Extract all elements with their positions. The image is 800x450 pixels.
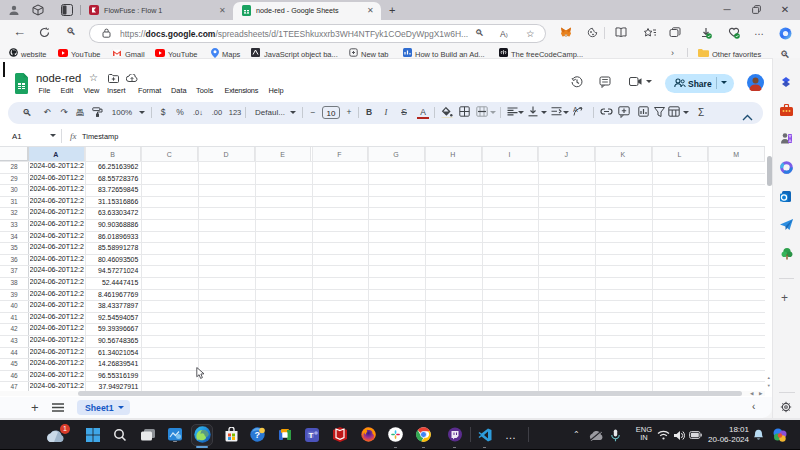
svg-text:T: T <box>309 431 314 440</box>
svg-text:A: A <box>573 106 578 113</box>
svg-text:?: ? <box>255 430 261 440</box>
